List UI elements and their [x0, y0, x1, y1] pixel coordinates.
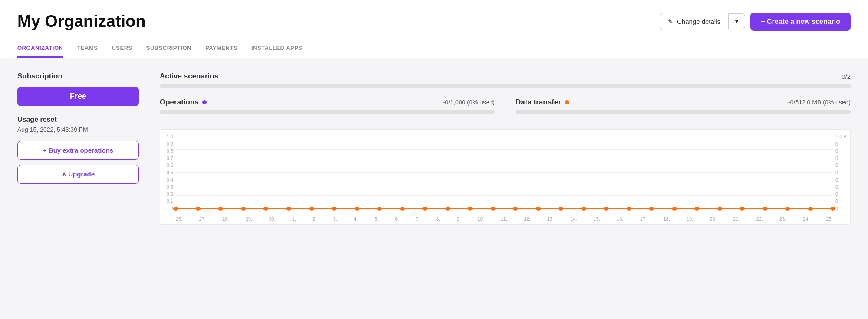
subscription-label: Subscription	[17, 72, 139, 81]
data-transfer-label: Data transfer	[516, 98, 561, 107]
svg-point-12	[422, 207, 427, 211]
chart-inner	[176, 134, 833, 211]
chart-x-labels: 26. 27. 28. 29. 30. 1. 2. 3. 4. 5. 6. 7.…	[176, 216, 833, 221]
data-transfer-header: Data transfer ~0/512.0 MB (0% used)	[516, 98, 851, 107]
tab-teams[interactable]: TEAMS	[77, 39, 98, 58]
svg-point-21	[627, 207, 632, 211]
change-details-button[interactable]: ✎ Change details	[660, 13, 728, 30]
svg-point-23	[672, 207, 677, 211]
svg-point-13	[445, 207, 450, 211]
tabs-nav: ORGANIZATION TEAMS USERS SUBSCRIPTION PA…	[17, 39, 851, 58]
data-transfer-section: Data transfer ~0/512.0 MB (0% used)	[516, 98, 851, 121]
svg-point-2	[195, 207, 201, 211]
tab-subscription[interactable]: SUBSCRIPTION	[146, 39, 191, 58]
change-details-label: Change details	[677, 18, 720, 25]
chart-svg	[176, 134, 833, 211]
page-header: My Organization ✎ Change details ▼ + Cre…	[0, 0, 868, 58]
svg-point-7	[309, 207, 314, 211]
operations-section: Operations ~0/1,000 (0% used)	[160, 98, 495, 121]
svg-point-9	[355, 207, 360, 211]
header-top: My Organization ✎ Change details ▼ + Cre…	[17, 12, 851, 31]
create-scenario-button[interactable]: + Create a new scenario	[750, 13, 851, 31]
tab-payments[interactable]: PAYMENTS	[205, 39, 237, 58]
operations-value: ~0/1,000 (0% used)	[441, 99, 495, 106]
svg-point-17	[536, 207, 541, 211]
left-panel: Subscription Free Usage reset Aug 15, 20…	[17, 72, 139, 225]
usage-reset-date: Aug 15, 2022, 5:43:39 PM	[17, 126, 139, 133]
active-scenarios-progress-bar	[160, 84, 851, 88]
chart-y-labels-right: 1.0 B 0 0 0 0 0 0 0 0 0 0	[834, 134, 850, 211]
active-scenarios-count: 0/2	[842, 73, 851, 80]
active-scenarios-header: Active scenarios 0/2	[160, 72, 851, 81]
data-transfer-title: Data transfer	[516, 98, 569, 107]
usage-reset-label: Usage reset	[17, 116, 139, 124]
operations-label: Operations	[160, 98, 199, 107]
chevron-down-icon: ▼	[734, 18, 740, 25]
svg-point-24	[694, 207, 700, 211]
svg-point-11	[400, 207, 405, 211]
main-content: Subscription Free Usage reset Aug 15, 20…	[0, 58, 868, 238]
operations-dot	[202, 100, 207, 104]
subscription-badge: Free	[17, 87, 139, 106]
right-panel: Active scenarios 0/2 Operations ~0/1,000…	[160, 72, 851, 225]
svg-point-27	[763, 207, 768, 211]
tab-organization[interactable]: ORGANIZATION	[17, 39, 63, 58]
svg-point-18	[558, 207, 563, 211]
svg-point-14	[467, 207, 473, 211]
edit-icon: ✎	[668, 18, 674, 26]
svg-point-30	[830, 207, 835, 211]
data-transfer-progress-bar	[516, 110, 851, 114]
data-transfer-value: ~0/512.0 MB (0% used)	[787, 99, 851, 106]
svg-point-4	[241, 207, 246, 211]
svg-point-25	[717, 207, 723, 211]
operations-header: Operations ~0/1,000 (0% used)	[160, 98, 495, 107]
tab-users[interactable]: USERS	[112, 39, 132, 58]
page-title: My Organization	[17, 12, 146, 31]
active-scenarios-title: Active scenarios	[160, 72, 218, 81]
svg-point-15	[490, 207, 496, 211]
svg-point-8	[332, 207, 337, 211]
data-transfer-dot	[565, 100, 569, 104]
svg-point-19	[581, 207, 586, 211]
tab-installed-apps[interactable]: INSTALLED APPS	[251, 39, 302, 58]
svg-point-1	[173, 207, 178, 211]
svg-point-22	[649, 207, 654, 211]
svg-point-6	[286, 207, 291, 211]
operations-title: Operations	[160, 98, 207, 107]
svg-point-29	[808, 207, 813, 211]
header-actions: ✎ Change details ▼ + Create a new scenar…	[660, 13, 851, 31]
chart-area: 1.0 0.9 0.8 0.7 0.6 0.5 0.4 0.3 0.2 0.1 …	[160, 129, 851, 225]
svg-point-5	[263, 207, 268, 211]
change-details-dropdown-button[interactable]: ▼	[728, 13, 745, 29]
svg-point-10	[377, 207, 382, 211]
svg-point-16	[513, 207, 518, 211]
buy-extra-operations-button[interactable]: + Buy extra operations	[17, 141, 139, 160]
operations-progress-bar	[160, 110, 495, 114]
svg-point-28	[785, 207, 790, 211]
svg-point-3	[218, 207, 223, 211]
metrics-row: Operations ~0/1,000 (0% used) Data trans…	[160, 98, 851, 121]
active-scenarios-section: Active scenarios 0/2	[160, 72, 851, 88]
chart-y-labels: 1.0 0.9 0.8 0.7 0.6 0.5 0.4 0.3 0.2 0.1 …	[160, 134, 175, 211]
svg-point-20	[604, 207, 609, 211]
upgrade-button[interactable]: ∧ Upgrade	[17, 165, 139, 184]
svg-point-26	[740, 207, 745, 211]
